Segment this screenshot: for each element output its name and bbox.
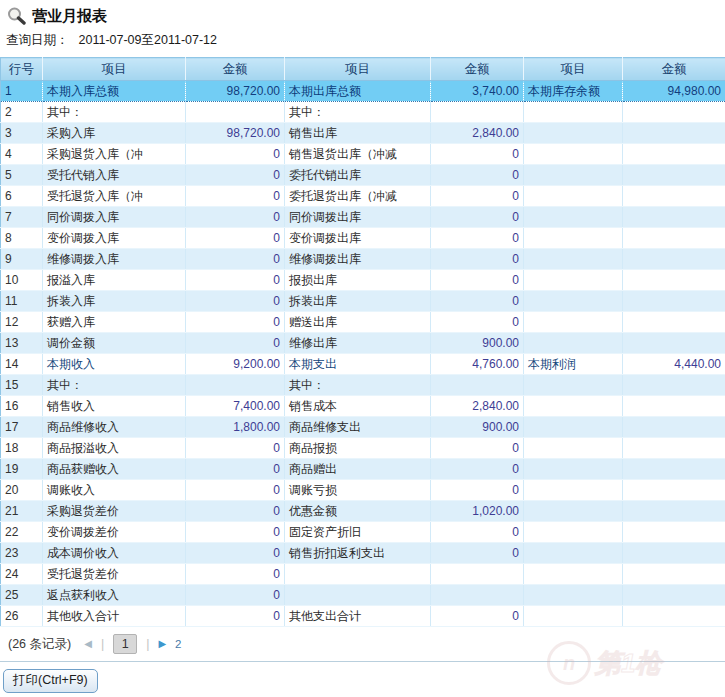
- amount-cell: [623, 438, 725, 459]
- item-cell: 其中：: [285, 102, 431, 123]
- print-button[interactable]: 打印(Ctrl+F9): [3, 669, 98, 693]
- item-cell: 变价调拨入库: [43, 228, 186, 249]
- row-number: 2: [1, 102, 43, 123]
- current-page-box[interactable]: 1: [113, 634, 137, 654]
- table-row[interactable]: 3采购入库98,720.00销售出库2,840.00: [1, 123, 725, 144]
- toolbar-bottom: 打印(Ctrl+F9): [0, 662, 725, 693]
- table-row[interactable]: 13调价金额0维修出库900.00: [1, 333, 725, 354]
- table-row[interactable]: 16销售收入7,400.00销售成本2,840.00: [1, 396, 725, 417]
- prev-page-icon[interactable]: ◀: [84, 639, 92, 649]
- table-row[interactable]: 12获赠入库0赠送出库0: [1, 312, 725, 333]
- amount-cell: [623, 585, 725, 606]
- amount-cell: 0: [186, 312, 285, 333]
- table-row[interactable]: 11拆装入库0拆装出库0: [1, 291, 725, 312]
- item-cell: 变价调拨出库: [285, 228, 431, 249]
- amount-cell: [623, 312, 725, 333]
- item-cell: 调价金额: [43, 333, 186, 354]
- table-row[interactable]: 22变价调拨差价0固定资产折旧0: [1, 522, 725, 543]
- amount-cell: 0: [186, 438, 285, 459]
- row-number: 24: [1, 564, 43, 585]
- item-cell: 委托退货出库（冲减: [285, 186, 431, 207]
- item-cell: [524, 228, 623, 249]
- row-number: 21: [1, 501, 43, 522]
- row-number: 12: [1, 312, 43, 333]
- item-cell: 商品维修支出: [285, 417, 431, 438]
- row-number: 3: [1, 123, 43, 144]
- amount-cell: 0: [186, 564, 285, 585]
- col-header-item-2: 项目: [285, 58, 431, 81]
- table-row[interactable]: 7同价调拨入库0同价调拨出库0: [1, 207, 725, 228]
- item-cell: [524, 417, 623, 438]
- item-cell: 商品报损: [285, 438, 431, 459]
- item-cell: 成本调价收入: [43, 543, 186, 564]
- col-header-amount-2: 金额: [431, 58, 524, 81]
- amount-cell: 0: [431, 438, 524, 459]
- item-cell: 拆装出库: [285, 291, 431, 312]
- item-cell: [524, 270, 623, 291]
- row-number: 26: [1, 606, 43, 627]
- row-number: 11: [1, 291, 43, 312]
- amount-cell: 0: [186, 480, 285, 501]
- item-cell: 委托代销出库: [285, 165, 431, 186]
- item-cell: [524, 438, 623, 459]
- table-row[interactable]: 19商品获赠收入0商品赠出0: [1, 459, 725, 480]
- amount-cell: [623, 123, 725, 144]
- item-cell: 商品维修收入: [43, 417, 186, 438]
- amount-cell: 0: [431, 144, 524, 165]
- table-row[interactable]: 18商品报溢收入0商品报损0: [1, 438, 725, 459]
- item-cell: 赠送出库: [285, 312, 431, 333]
- page-title: 营业月报表: [32, 7, 107, 26]
- item-cell: 报损出库: [285, 270, 431, 291]
- table-row[interactable]: 9维修调拨入库0维修调拨出库0: [1, 249, 725, 270]
- row-number: 23: [1, 543, 43, 564]
- table-row[interactable]: 24受托退货差价0: [1, 564, 725, 585]
- table-row[interactable]: 10报溢入库0报损出库0: [1, 270, 725, 291]
- table-row[interactable]: 21采购退货差价0优惠金额1,020.00: [1, 501, 725, 522]
- page-2-link[interactable]: 2: [175, 638, 181, 650]
- table-row[interactable]: 15其中：其中：: [1, 375, 725, 396]
- item-cell: 本期入库总额: [43, 81, 186, 102]
- item-cell: 采购退货差价: [43, 501, 186, 522]
- item-cell: 其他收入合计: [43, 606, 186, 627]
- item-cell: [524, 585, 623, 606]
- next-page-icon[interactable]: ▶: [158, 639, 166, 649]
- row-number: 9: [1, 249, 43, 270]
- table-row[interactable]: 20调账收入0调账亏损0: [1, 480, 725, 501]
- item-cell: 其中：: [285, 375, 431, 396]
- table-row[interactable]: 4采购退货入库（冲0销售退货出库（冲减0: [1, 144, 725, 165]
- table-row[interactable]: 26其他收入合计0其他支出合计0: [1, 606, 725, 627]
- amount-cell: 3,740.00: [431, 81, 524, 102]
- table-row[interactable]: 23成本调价收入0销售折扣返利支出0: [1, 543, 725, 564]
- item-cell: 获赠入库: [43, 312, 186, 333]
- item-cell: 本期出库总额: [285, 81, 431, 102]
- query-date-line: 查询日期：2011-07-09至2011-07-12: [0, 28, 725, 57]
- amount-cell: 0: [431, 207, 524, 228]
- table-row[interactable]: 2其中：其中：: [1, 102, 725, 123]
- amount-cell: 900.00: [431, 333, 524, 354]
- amount-cell: 0: [186, 228, 285, 249]
- table-row[interactable]: 14本期收入9,200.00本期支出4,760.00本期利润4,440.00: [1, 354, 725, 375]
- table-row[interactable]: 6受托退货入库（冲0委托退货出库（冲减0: [1, 186, 725, 207]
- amount-cell: 0: [431, 228, 524, 249]
- amount-cell: [623, 249, 725, 270]
- item-cell: 本期库存余额: [524, 81, 623, 102]
- table-row[interactable]: 5受托代销入库0委托代销出库0: [1, 165, 725, 186]
- item-cell: [524, 144, 623, 165]
- item-cell: 销售成本: [285, 396, 431, 417]
- amount-cell: [186, 102, 285, 123]
- table-row[interactable]: 8变价调拨入库0变价调拨出库0: [1, 228, 725, 249]
- amount-cell: [623, 102, 725, 123]
- amount-cell: 0: [186, 249, 285, 270]
- amount-cell: 0: [431, 543, 524, 564]
- amount-cell: 4,440.00: [623, 354, 725, 375]
- amount-cell: 98,720.00: [186, 123, 285, 144]
- table-row[interactable]: 25返点获利收入0: [1, 585, 725, 606]
- row-number: 1: [1, 81, 43, 102]
- amount-cell: [623, 228, 725, 249]
- col-header-amount-1: 金额: [186, 58, 285, 81]
- table-row[interactable]: 17商品维修收入1,800.00商品维修支出900.00: [1, 417, 725, 438]
- table-row[interactable]: 1本期入库总额98,720.00本期出库总额3,740.00本期库存余额94,9…: [1, 81, 725, 102]
- row-number: 17: [1, 417, 43, 438]
- row-number: 22: [1, 522, 43, 543]
- item-cell: 同价调拨出库: [285, 207, 431, 228]
